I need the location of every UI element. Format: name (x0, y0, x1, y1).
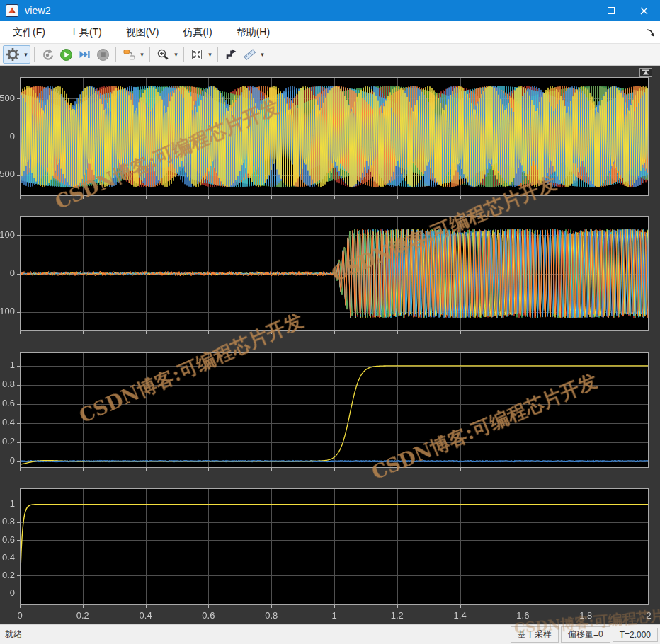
maximize-icon (608, 7, 615, 14)
settings-button[interactable]: ▾ (3, 45, 30, 64)
menu-help[interactable]: 帮助(H) (229, 23, 277, 42)
dock-arrow-icon[interactable] (644, 27, 656, 38)
step-back-button[interactable] (38, 46, 57, 63)
fit-to-view-button[interactable]: ▾ (188, 45, 214, 64)
trigger-icon (224, 48, 238, 61)
menu-simulation[interactable]: 仿真(I) (176, 23, 219, 42)
minimize-button[interactable] (562, 0, 595, 21)
gear-icon (4, 46, 22, 63)
chevron-down-icon: ▾ (172, 46, 180, 63)
window-title: view2 (25, 5, 51, 16)
zoom-button[interactable]: ▾ (154, 45, 180, 64)
step-forward-icon (78, 48, 91, 61)
chevron-down-icon: ▾ (258, 46, 266, 63)
menu-file[interactable]: 文件(F) (6, 23, 52, 42)
scope-window: view2 文件(F) 工具(T) 视图(V) 仿真(I) 帮助(H) (0, 0, 660, 644)
arrow-up-icon (642, 69, 650, 76)
run-button[interactable] (57, 46, 75, 63)
fit-to-view-icon (188, 46, 206, 63)
collapse-panel-button[interactable] (639, 68, 652, 77)
stop-button[interactable] (93, 46, 112, 63)
menu-tools[interactable]: 工具(T) (62, 23, 109, 42)
maximize-button[interactable] (595, 0, 627, 21)
scope-canvas[interactable] (0, 66, 660, 624)
status-time: T=2.000 (613, 628, 658, 642)
toolbar-separator (217, 47, 218, 62)
title-bar: view2 (0, 0, 660, 21)
chevron-down-icon: ▾ (206, 46, 214, 63)
status-sample-based: 基于采样 (511, 626, 559, 643)
close-button[interactable] (627, 0, 660, 21)
step-forward-button[interactable] (75, 46, 93, 63)
zoom-in-icon (154, 46, 172, 63)
status-ready: 就绪 (0, 628, 508, 640)
toolbar-separator (34, 47, 35, 62)
simulink-blocks-icon (120, 46, 138, 63)
chevron-down-icon: ▾ (138, 46, 146, 63)
stop-icon (96, 48, 110, 62)
chevron-down-icon: ▾ (22, 46, 30, 63)
scope-figure (0, 66, 660, 624)
toolbar-separator (149, 47, 150, 62)
menu-view[interactable]: 视图(V) (119, 23, 166, 42)
measurements-button[interactable]: ▾ (240, 45, 266, 64)
close-icon (640, 7, 648, 15)
trigger-button[interactable] (222, 46, 240, 63)
toolbar: ▾ (0, 44, 660, 66)
run-icon (59, 48, 73, 62)
menu-bar: 文件(F) 工具(T) 视图(V) 仿真(I) 帮助(H) (0, 21, 660, 44)
highlight-block-button[interactable]: ▾ (120, 45, 146, 64)
toolbar-separator (183, 47, 184, 62)
status-bar: 就绪 基于采样 偏移量=0 T=2.000 (0, 624, 660, 644)
minimize-icon (575, 11, 583, 11)
matlab-scope-icon (6, 4, 18, 17)
step-back-icon (41, 48, 55, 61)
status-offset: 偏移量=0 (561, 626, 610, 643)
ruler-icon (240, 46, 258, 63)
toolbar-separator (115, 47, 116, 62)
